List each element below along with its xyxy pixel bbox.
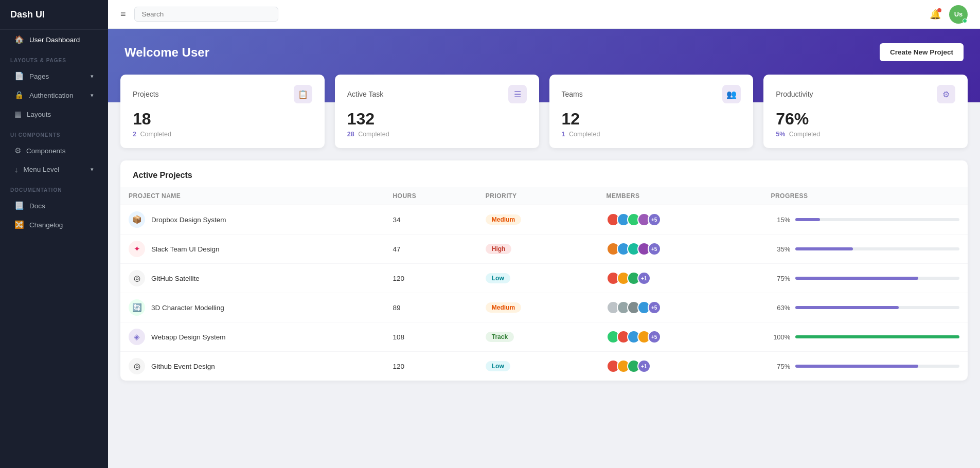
stat-sub-teams: 1 Completed [562,131,741,138]
progress-bar-track [795,247,959,250]
progress-bar-fill [795,365,918,368]
changelog-icon: 🔀 [14,220,24,229]
project-hours: 34 [384,205,477,235]
sidebar-section-label-ui: UI COMPONENTS [0,124,108,141]
sidebar-item-components[interactable]: ⚙ Components [4,141,104,160]
stat-card-productivity: Productivity ⚙ 76% 5% Completed [763,75,968,148]
progress-percent: 63% [771,304,790,312]
project-members: +5 [598,205,763,235]
sidebar-item-user-dashboard[interactable]: 🏠 User Dashboard [4,30,104,49]
member-more: +1 [637,272,651,285]
member-more: +5 [648,330,661,344]
project-name-cell: 📦 Dropbox Design System [120,205,384,235]
project-progress: 75% [762,264,968,293]
project-hours: 120 [384,352,477,381]
progress-percent: 75% [771,363,790,370]
stat-card-projects: Projects 📋 18 2 Completed [120,75,325,148]
table-row: 📦 Dropbox Design System 34Medium+5 15% [120,205,968,235]
stat-icon-active-task: ☰ [508,85,527,103]
topbar-right: 🔔 Us [930,5,968,24]
project-hours: 108 [384,322,477,352]
project-priority: Track [477,322,598,352]
active-projects-title: Active Projects [120,160,968,187]
project-name[interactable]: Webapp Design System [151,333,226,341]
project-icon: ◈ [129,329,145,345]
project-name[interactable]: Github Event Design [151,363,215,370]
stat-sub-projects: 2 Completed [133,131,312,138]
progress-bar-fill [795,247,853,250]
hamburger-icon[interactable]: ≡ [120,9,126,20]
progress-bar-track [795,277,959,280]
sidebar-section-main: 🏠 User Dashboard [0,30,108,49]
sidebar-section-documentation: DOCUMENTATION 📃 Docs 🔀 Changelog [0,179,108,235]
sidebar-item-pages[interactable]: 📄 Pages ▾ [4,67,104,85]
project-members: +1 [598,352,763,381]
project-progress: 63% [762,293,968,322]
project-progress: 35% [762,235,968,264]
member-more: +1 [637,359,651,373]
create-new-project-button[interactable]: Create New Project [880,43,964,61]
project-name[interactable]: 3D Character Modelling [151,304,224,312]
progress-bar-fill [795,277,918,280]
progress-bar-track [795,218,959,221]
notification-dot [937,8,941,12]
sidebar-item-layouts[interactable]: ▦ Layouts [4,105,104,123]
progress-bar-fill [795,306,899,309]
chevron-down-icon-menu: ▾ [91,166,94,173]
project-members: +1 [598,264,763,293]
col-hours: Hours [384,187,477,205]
progress-percent: 75% [771,275,790,282]
sidebar-section-ui-components: UI COMPONENTS ⚙ Components ↓ Menu Level … [0,124,108,179]
stat-card-active-task: Active Task ☰ 132 28 Completed [335,75,539,148]
sidebar-item-docs[interactable]: 📃 Docs [4,196,104,215]
pages-icon: 📄 [14,71,24,81]
chevron-down-icon: ▾ [91,73,94,80]
project-priority: Low [477,352,598,381]
project-members: +5 [598,293,763,322]
project-name-cell: ✦ Slack Team UI Design [120,235,384,264]
project-name[interactable]: Slack Team UI Design [151,245,220,253]
project-hours: 89 [384,293,477,322]
home-icon: 🏠 [14,35,24,44]
sidebar-section-layouts-pages: LAYOUTS & PAGES 📄 Pages ▾ 🔒 Authenticati… [0,49,108,124]
project-name[interactable]: GitHub Satellite [151,275,200,282]
table-row: 🔄 3D Character Modelling 89Medium+5 63% [120,293,968,322]
col-priority: Priority [477,187,598,205]
layouts-icon: ▦ [14,110,22,119]
stat-sub-productivity: 5% Completed [776,131,955,138]
stat-value-projects: 18 [133,110,312,129]
col-progress: Progress [762,187,968,205]
col-project-name: Project Name [120,187,384,205]
table-row: ◎ Github Event Design 120Low+1 75% [120,352,968,381]
stats-row: Projects 📋 18 2 Completed Active Task ☰ … [108,75,980,148]
page-title: Welcome User [124,45,209,60]
sidebar-item-changelog[interactable]: 🔀 Changelog [4,215,104,234]
priority-badge: Low [486,273,510,283]
sidebar-item-menu-level[interactable]: ↓ Menu Level ▾ [4,160,104,178]
project-progress: 75% [762,352,968,381]
lock-icon: 🔒 [14,91,24,100]
progress-percent: 15% [771,216,790,224]
project-name[interactable]: Dropbox Design System [151,216,226,224]
sidebar-logo: Dash UI [0,0,108,30]
stat-value-productivity: 76% [776,110,955,129]
project-icon: ◎ [129,358,145,374]
project-priority: Low [477,264,598,293]
progress-bar-fill [795,335,959,338]
search-input[interactable] [134,7,278,22]
project-hours: 120 [384,264,477,293]
bell-icon[interactable]: 🔔 [930,9,941,20]
progress-percent: 35% [771,245,790,253]
avatar[interactable]: Us [949,5,968,24]
priority-badge: Medium [486,214,521,225]
stat-icon-teams: 👥 [722,85,741,103]
member-more: +5 [648,242,661,256]
sidebar-item-authentication[interactable]: 🔒 Authentication ▾ [4,86,104,104]
priority-badge: Low [486,361,510,371]
stat-value-active-task: 132 [347,110,527,129]
progress-bar-track [795,306,959,309]
project-members: +5 [598,322,763,352]
stat-label-active-task: Active Task [347,90,384,98]
progress-bar-track [795,335,959,338]
project-members: +5 [598,235,763,264]
